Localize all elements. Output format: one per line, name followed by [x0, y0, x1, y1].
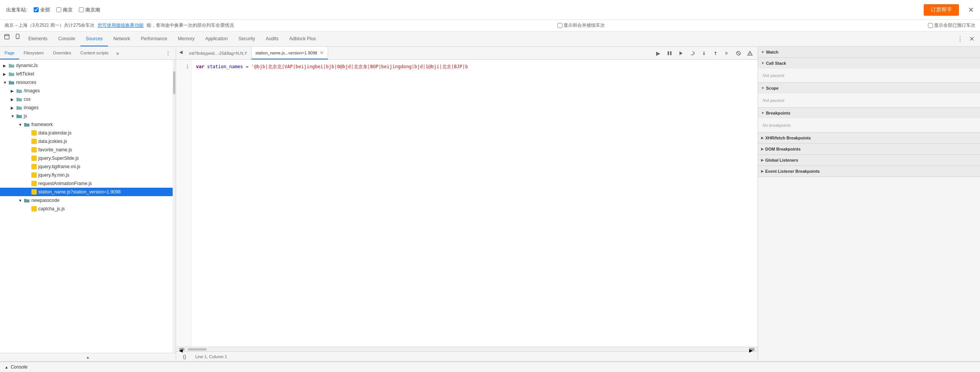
tab-close-icon[interactable]: ✕	[320, 50, 324, 56]
show-combined-checkbox[interactable]: 显示和合并接续车次	[557, 22, 605, 29]
svg-marker-5	[679, 51, 683, 55]
resume-button[interactable]	[676, 48, 686, 59]
tab-console[interactable]: Console	[53, 31, 80, 46]
list-item[interactable]: ▼ js	[0, 112, 173, 120]
editor-tab-station[interactable]: station_name.js...version=1.9098 ✕	[252, 47, 328, 59]
file-tab-page[interactable]: Page	[0, 47, 19, 59]
show-all-checkbox[interactable]: 显示全部已预订车次	[928, 22, 975, 29]
nanjing-south-option[interactable]: 南京南	[79, 7, 100, 13]
breakpoints-section: Breakpoints No breakpoints	[758, 108, 980, 133]
console-label: Console	[11, 364, 28, 370]
call-stack-header[interactable]: Call Stack	[758, 58, 980, 69]
file-tree-scrollbar[interactable]	[173, 60, 176, 353]
list-item[interactable]: ▶ captcha_js.js	[0, 205, 173, 213]
svg-rect-1	[16, 34, 19, 39]
cursor-position: Line 1, Column 1	[195, 354, 227, 359]
list-item[interactable]: ▼ framework	[0, 120, 173, 129]
list-item[interactable]: ▶ dynamicJs	[0, 61, 173, 70]
file-panel-tabs: Page Filesystem Overrides Content script…	[0, 47, 176, 60]
subtitle-link[interactable]: 您可使用接续换乘功能	[98, 22, 144, 29]
list-item[interactable]: ▼ resources	[0, 78, 173, 87]
js-file-icon	[31, 139, 37, 144]
editor-more-button[interactable]: ▶	[653, 48, 663, 59]
file-tab-content-scripts[interactable]: Content scripts	[76, 47, 113, 59]
pause-button[interactable]	[664, 48, 675, 59]
step-button[interactable]	[722, 48, 732, 59]
step-over-button[interactable]	[687, 48, 698, 59]
order-button[interactable]: 订票帮手	[924, 4, 959, 16]
step-into-button[interactable]	[699, 48, 709, 59]
dom-header[interactable]: DOM Breakpoints	[758, 144, 980, 154]
tab-adblock[interactable]: Adblock Plus	[284, 31, 321, 46]
tab-network[interactable]: Network	[108, 31, 136, 46]
tab-audits[interactable]: Audits	[260, 31, 284, 46]
list-item[interactable]: ▶ leftTicket	[0, 70, 173, 78]
pause-on-exception-button[interactable]	[745, 48, 755, 59]
code-editor[interactable]: var station_names = '@bjb|北京北|VAP|beijin…	[191, 60, 758, 347]
tab-elements[interactable]: Elements	[23, 31, 53, 46]
tab-sources[interactable]: Sources	[80, 31, 108, 46]
list-item[interactable]: ▶ station_name.js?station_version=1.9098	[0, 188, 173, 196]
list-item[interactable]: ▶ requestAnimationFrame.js	[0, 179, 173, 188]
js-file-icon	[31, 164, 37, 169]
subtitle-suffix: 能，查询途中换乘一次的部分列车全票情况	[147, 22, 234, 29]
tree-arrow: ▶	[11, 97, 16, 102]
editor-back-button[interactable]: ◀	[176, 47, 185, 57]
more-tools-button[interactable]: ⋮	[955, 34, 965, 44]
tree-arrow: ▼	[18, 198, 24, 203]
file-panel-more-button[interactable]: ⋮	[163, 48, 173, 59]
list-item[interactable]: ▶ css	[0, 95, 173, 103]
close-icon[interactable]: ✕	[968, 6, 974, 14]
event-listeners-header[interactable]: Event Listener Breakpoints	[758, 166, 980, 177]
deactivate-breakpoints-button[interactable]	[733, 48, 744, 59]
list-item[interactable]: ▶ jquery.bgiframe.mi.js	[0, 162, 173, 171]
debug-panel: Watch Call Stack Not paused Scope	[758, 47, 980, 361]
tree-arrow: ▼	[18, 123, 24, 127]
close-devtools-button[interactable]: ✕	[966, 34, 977, 44]
editor-content: 1 var station_names = '@bjb|北京北|VAP|beij…	[176, 60, 758, 347]
format-button[interactable]: {}	[180, 353, 189, 361]
device-toggle-button[interactable]	[12, 31, 23, 42]
js-file-icon	[31, 206, 37, 211]
tab-memory[interactable]: Memory	[173, 31, 200, 46]
js-file-icon	[31, 172, 37, 178]
breakpoints-header[interactable]: Breakpoints	[758, 108, 980, 118]
list-item[interactable]: ▶ data.jcokies.js	[0, 137, 173, 146]
inspect-element-button[interactable]	[2, 31, 12, 42]
list-item[interactable]: ▶ jquery.SuperSlide.js	[0, 154, 173, 162]
folder-icon	[16, 105, 22, 111]
scrollbar-left-button[interactable]: ◀	[179, 348, 185, 351]
folder-icon	[16, 113, 22, 119]
step-out-button[interactable]	[710, 48, 721, 59]
list-item[interactable]: ▶ /images	[0, 87, 173, 95]
file-tab-overrides[interactable]: Overrides	[48, 47, 76, 59]
editor-horizontal-scrollbar[interactable]: ◀ ▶	[176, 347, 758, 351]
folder-icon	[16, 96, 22, 102]
nanjing-option[interactable]: 南京	[56, 7, 73, 13]
file-tree-scrollbar-thumb[interactable]	[173, 71, 175, 94]
list-item[interactable]: ▼ newpasscode	[0, 196, 173, 205]
editor-tab-init[interactable]: init?linktypeid...-25&flag=N,N,Y	[185, 47, 252, 59]
scope-header[interactable]: Scope	[758, 83, 980, 93]
tab-performance[interactable]: Performance	[136, 31, 173, 46]
scroll-up-button[interactable]: ▲	[0, 353, 176, 361]
folder-icon	[24, 197, 30, 203]
watch-section-header[interactable]: Watch	[758, 47, 980, 57]
file-tab-filesystem[interactable]: Filesystem	[19, 47, 49, 59]
list-item[interactable]: ▶ jquery.fly.min.js	[0, 171, 173, 179]
scrollbar-thumb[interactable]	[188, 348, 207, 351]
scrollbar-right-button[interactable]: ▶	[749, 348, 755, 351]
scope-section: Scope Not paused	[758, 83, 980, 108]
list-item[interactable]: ▶ data.jcalendar.js	[0, 129, 173, 137]
list-item[interactable]: ▶ favorite_name.js	[0, 146, 173, 154]
file-tab-more[interactable]: »	[113, 47, 122, 59]
tab-application[interactable]: Application	[200, 31, 233, 46]
folder-icon	[8, 79, 15, 85]
all-option[interactable]: 全部	[34, 7, 50, 13]
tab-security[interactable]: Security	[233, 31, 260, 46]
console-bar[interactable]: ▲ Console	[0, 361, 980, 372]
list-item[interactable]: ▶ images	[0, 103, 173, 112]
svg-rect-4	[670, 51, 672, 55]
global-listeners-header[interactable]: Global Listeners	[758, 155, 980, 166]
xhr-header[interactable]: XHR/fetch Breakpoints	[758, 133, 980, 143]
